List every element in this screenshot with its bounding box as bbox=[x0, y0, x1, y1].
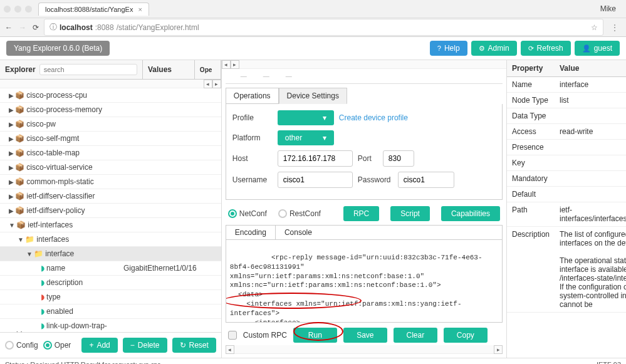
host-input[interactable] bbox=[278, 150, 353, 167]
menu-icon[interactable]: ⋮ bbox=[608, 23, 621, 32]
tree-row[interactable]: ▶📦 cisco-process-cpu bbox=[0, 88, 221, 103]
property-row: Key bbox=[507, 155, 626, 171]
oper-radio[interactable]: Oper bbox=[43, 341, 71, 350]
property-row: Accessread-write bbox=[507, 124, 626, 140]
custom-rpc-label: Custom RPC bbox=[243, 331, 287, 340]
tree-row[interactable]: ▼📁 interface bbox=[0, 247, 221, 261]
tree-row[interactable]: ▶📦 common-mpls-static bbox=[0, 175, 221, 189]
url-path: /static/YangExplorer.html bbox=[117, 23, 199, 32]
rpc-button[interactable]: RPC bbox=[343, 206, 379, 221]
minus-icon: − bbox=[130, 341, 135, 350]
scroll-left-icon[interactable]: ◂ bbox=[226, 345, 234, 354]
property-header: Property bbox=[507, 60, 555, 77]
scroll-left-icon[interactable]: ◂ bbox=[222, 60, 231, 69]
value-header: Value bbox=[555, 60, 626, 77]
info-icon[interactable]: ⓘ bbox=[50, 22, 57, 33]
platform-label: Platform bbox=[232, 133, 273, 142]
scroll-right-icon[interactable]: ▸ bbox=[212, 80, 221, 88]
ops-header: Ope bbox=[195, 60, 221, 79]
tab-console[interactable]: Console bbox=[276, 226, 321, 239]
scroll-right-icon[interactable]: ▸ bbox=[494, 345, 503, 354]
create-profile-link[interactable]: Create device profile bbox=[339, 113, 408, 122]
profile-dropdown[interactable]: ▾ bbox=[278, 110, 334, 125]
reset-button[interactable]: ↻ Reset bbox=[172, 338, 216, 353]
tab-device-settings[interactable]: Device Settings bbox=[279, 88, 347, 104]
browser-tab[interactable]: localhost:8088/static/YangEx × bbox=[38, 3, 149, 16]
scroll-right-icon[interactable]: ▸ bbox=[231, 60, 239, 69]
restconf-radio[interactable]: RestConf bbox=[278, 209, 321, 218]
tab-operations[interactable]: Operations bbox=[226, 88, 279, 104]
window-controls[interactable] bbox=[4, 6, 32, 13]
guest-button[interactable]: 👤guest bbox=[575, 41, 620, 56]
tab-encoding[interactable]: Encoding bbox=[226, 226, 276, 239]
host-label: Host bbox=[232, 154, 273, 163]
url-host: localhost bbox=[60, 23, 93, 32]
tree-row[interactable]: ▶📦 cisco-virtual-service bbox=[0, 160, 221, 175]
address-bar[interactable]: ⓘ localhost:8088/static/YangExplorer.htm… bbox=[44, 19, 603, 36]
status-text: Status : Recieved HTTP Result for reques… bbox=[5, 361, 161, 364]
port-label: Port bbox=[358, 154, 378, 163]
status-right: IETF 93 bbox=[597, 361, 621, 364]
property-panel: Property Value NameinterfaceNode Typelis… bbox=[507, 60, 626, 358]
copy-button[interactable]: Copy bbox=[444, 328, 488, 343]
delete-button[interactable]: − Delete bbox=[123, 338, 167, 353]
admin-icon: ⚙ bbox=[479, 44, 485, 53]
tree-body[interactable]: ▶📦 cisco-process-cpu▶📦 cisco-process-mem… bbox=[0, 88, 221, 332]
property-row: Mandatory bbox=[507, 171, 626, 187]
tree-row[interactable]: ▶📦 cisco-pw bbox=[0, 117, 221, 132]
script-button[interactable]: Script bbox=[390, 206, 430, 221]
help-button[interactable]: ?Help bbox=[430, 41, 467, 56]
tree-row[interactable]: ▶📦 cisco-table-map bbox=[0, 146, 221, 160]
refresh-icon: ⟳ bbox=[528, 44, 534, 53]
close-icon[interactable]: × bbox=[138, 6, 142, 13]
console-output[interactable]: <rpc-reply message-id="urn:uuid:832c3b3c… bbox=[226, 240, 503, 323]
chevron-down-icon: ▾ bbox=[323, 133, 326, 142]
details-panel: ◂▸ ——— Operations Device Settings Profil… bbox=[222, 60, 507, 358]
tree-row[interactable]: ▼📦 ietf-interfaces bbox=[0, 218, 221, 232]
config-radio[interactable]: Config bbox=[5, 341, 38, 350]
admin-button[interactable]: ⚙Admin bbox=[471, 41, 517, 56]
port-input[interactable] bbox=[383, 150, 414, 167]
explorer-header: Explorer bbox=[5, 65, 36, 74]
search-input[interactable] bbox=[39, 64, 137, 75]
property-row: Nameinterface bbox=[507, 77, 626, 93]
tree-row[interactable]: ▶📦 cisco-self-mgmt bbox=[0, 132, 221, 146]
tree-row[interactable]: ◗ enabled bbox=[0, 304, 221, 319]
clear-button[interactable]: Clear bbox=[394, 328, 437, 343]
property-row: Data Type bbox=[507, 108, 626, 124]
save-button[interactable]: Save bbox=[343, 328, 387, 343]
refresh-button[interactable]: ⟳Refresh bbox=[521, 41, 571, 56]
netconf-radio[interactable]: NetConf bbox=[228, 209, 267, 218]
tree-row[interactable]: ◗ description bbox=[0, 276, 221, 290]
property-row: Pathietf-interfaces/interfaces/interface bbox=[507, 202, 626, 227]
values-header: Values bbox=[143, 60, 195, 79]
custom-rpc-checkbox[interactable] bbox=[228, 331, 237, 340]
browser-chrome: localhost:8088/static/YangEx × Mike ← → … bbox=[0, 0, 626, 37]
reload-icon[interactable]: ⟳ bbox=[33, 23, 39, 32]
tree-row[interactable]: ▶📦 ietf-diffserv-classifier bbox=[0, 189, 221, 204]
add-button[interactable]: + Add bbox=[81, 338, 117, 353]
property-row: DescriptionThe list of configured interf… bbox=[507, 227, 626, 313]
capabilities-button[interactable]: Capabilities bbox=[441, 206, 500, 221]
run-button[interactable]: Run bbox=[293, 328, 337, 343]
browser-user: Mike bbox=[600, 4, 616, 13]
tree-row[interactable]: ▼📁 interfaces bbox=[0, 232, 221, 247]
bookmark-icon[interactable]: ☆ bbox=[591, 23, 598, 32]
tree-row[interactable]: ▶📦 cisco-process-memory bbox=[0, 103, 221, 117]
property-row: Presence bbox=[507, 140, 626, 155]
username-input[interactable] bbox=[278, 172, 353, 188]
scroll-left-icon[interactable]: ◂ bbox=[204, 80, 212, 88]
property-row: Default bbox=[507, 187, 626, 202]
back-icon[interactable]: ← bbox=[5, 23, 13, 32]
tab-title: localhost:8088/static/YangEx bbox=[45, 6, 133, 13]
tree-row[interactable]: ▶📦 ietf-diffserv-policy bbox=[0, 204, 221, 218]
tree-row[interactable]: ◗ nameGigabitEthernet1/0/16 bbox=[0, 261, 221, 276]
tree-row[interactable]: ◗ type bbox=[0, 290, 221, 304]
user-icon: 👤 bbox=[582, 44, 591, 53]
property-row: Node Typelist bbox=[507, 93, 626, 108]
platform-dropdown[interactable]: other▾ bbox=[278, 130, 334, 145]
password-input[interactable] bbox=[398, 172, 454, 188]
tree-row[interactable]: ◗ link-up-down-trap-enable bbox=[0, 319, 221, 333]
forward-icon[interactable]: → bbox=[19, 23, 26, 32]
brand-badge: Yang Explorer 0.6.0 (Beta) bbox=[6, 41, 110, 56]
